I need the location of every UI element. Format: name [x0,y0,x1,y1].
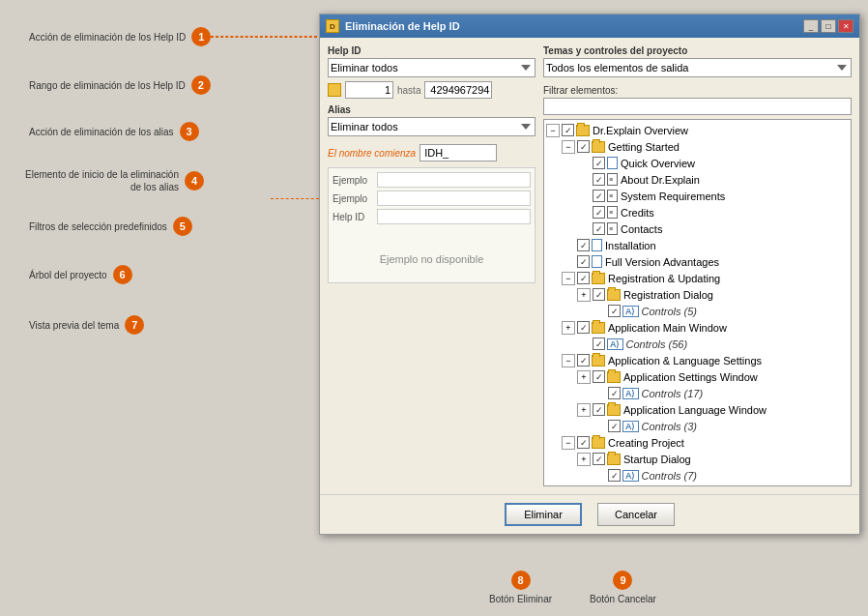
checkbox-about[interactable]: ✓ [593,173,605,186]
checkbox-quick[interactable]: ✓ [593,157,605,169]
title-left: D Eliminación de Help ID [326,19,460,33]
range-from-input[interactable] [345,81,393,99]
range-to-input[interactable] [424,81,492,99]
list-item[interactable]: − ✓ Creating Project [546,434,849,451]
name-starts-label: El nombre comienza [328,148,416,159]
list-item[interactable]: ✓ Contacts [546,220,849,237]
restore-button[interactable]: □ [821,19,836,33]
annotation-text-2: Rango de eliminación de los Help ID [29,79,186,92]
tree-label-createnew: Creating New Project [621,486,721,487]
list-item[interactable]: + ✓ Application Language Window [546,401,849,418]
delete-button[interactable]: Eliminar [505,503,582,526]
themes-select[interactable]: Todos los elementos de salida [543,58,852,77]
titlebar-buttons: _ □ ✕ [803,19,854,33]
preview-example1-label: Ejemplo [333,175,371,186]
list-item[interactable]: ✓ About Dr.Explain [546,171,849,188]
tree-label-regupd: Registration & Updating [608,273,720,284]
checkbox-regupd[interactable]: ✓ [577,272,590,284]
annotation-text-5: Filtros de selección predefinidos [29,220,167,233]
checkbox-appsettwin[interactable]: ✓ [593,370,605,383]
checkbox-createproj[interactable]: ✓ [577,436,590,449]
expander-regdialog[interactable]: + [577,288,591,302]
annotation-text-8: Botón Eliminar [489,594,552,604]
list-item[interactable]: ✓ Full Version Advantages [546,253,849,270]
list-item[interactable]: ✓ Credits [546,204,849,220]
list-item[interactable]: + ✓ Application Main Window [546,319,849,336]
list-item[interactable]: − ✓ Dr.Explain Overview [546,122,849,138]
checkbox-startupdlg[interactable]: ✓ [593,453,605,465]
list-item[interactable]: ✓ Installation [546,237,849,253]
checkbox-drexplain[interactable]: ✓ [562,124,574,136]
checkbox-applangwin[interactable]: ✓ [593,403,605,416]
checkbox-ctrl5[interactable]: ✓ [608,305,621,317]
expander-drexplain[interactable]: − [546,124,560,137]
checkbox-ctrl56[interactable]: ✓ [593,337,605,350]
name-starts-input[interactable] [420,144,497,161]
list-item[interactable]: + ✓ Registration Dialog [546,286,849,303]
checkbox-ctrl17[interactable]: ✓ [608,387,621,399]
list-item[interactable]: ✓ Quick Overview [546,155,849,171]
list-item[interactable]: ✓ A⟩ Controls (56) [546,336,849,352]
checkbox-install[interactable]: ✓ [577,239,590,251]
ctrl-icon-3: A⟩ [622,421,639,432]
tree-label-ctrl56: Controls (56) [626,338,688,350]
close-button[interactable]: ✕ [838,19,854,33]
folder-icon-drexplain [576,125,590,136]
minimize-button[interactable]: _ [803,19,819,33]
tree-label-ctrl17: Controls (17) [642,388,704,399]
expander-createproj[interactable]: − [562,436,575,450]
alias-select[interactable]: Eliminar todos [328,117,535,136]
expander-applang[interactable]: − [562,354,575,367]
list-item[interactable]: ✓ A⟩ Controls (17) [546,385,849,401]
badge-2: 2 [191,75,211,95]
checkbox-getting[interactable]: ✓ [577,140,590,153]
list-item[interactable]: − ✓ Application & Language Settings [546,352,849,368]
cancel-button[interactable]: Cancelar [597,503,675,526]
checkbox-applang[interactable]: ✓ [577,354,590,367]
list-item[interactable]: ✓ A⟩ Controls (7) [546,467,849,484]
list-item[interactable]: + ✓ Startup Dialog [546,451,849,467]
list-item[interactable]: ✓ Creating New Project [546,484,849,486]
dialog-icon: D [326,19,339,33]
list-item[interactable]: − ✓ Registration & Updating [546,270,849,286]
checkbox-createnew[interactable]: ✓ [593,485,605,486]
project-tree: − ✓ Dr.Explain Overview − ✓ Getting Star… [544,120,851,486]
list-item[interactable]: + ✓ Application Settings Window [546,368,849,385]
expander-appmain[interactable]: + [562,321,575,335]
help-id-select[interactable]: Eliminar todos [328,58,535,77]
checkbox-appmain[interactable]: ✓ [577,321,590,334]
doc-icon-contacts [607,222,618,235]
expander-appsettwin[interactable]: + [577,370,591,384]
checkbox-fullver[interactable]: ✓ [577,255,590,268]
filter-input[interactable] [543,98,852,115]
badge-7: 7 [125,315,144,335]
tree-container[interactable]: − ✓ Dr.Explain Overview − ✓ Getting Star… [543,119,852,486]
expander-applangwin[interactable]: + [577,403,591,417]
annotation-5: 5 Filtros de selección predefinidos [29,217,192,236]
checkbox-regdialog[interactable]: ✓ [593,288,605,301]
tree-label-install: Installation [605,240,656,251]
dialog-titlebar: D Eliminación de Help ID _ □ ✕ [320,15,859,38]
page-icon-createnew [607,485,618,486]
range-icon [328,83,341,97]
expander-regupd[interactable]: − [562,272,575,285]
list-item[interactable]: ✓ A⟩ Controls (5) [546,303,849,319]
expander-getting[interactable]: − [562,140,575,154]
badge-3: 3 [180,122,199,141]
checkbox-sysreq[interactable]: ✓ [593,190,605,202]
list-item[interactable]: ✓ System Requirements [546,188,849,204]
folder-icon-createproj [592,437,605,449]
checkbox-ctrl7[interactable]: ✓ [608,469,621,482]
annotation-text-3: Acción de eliminación de los alias [29,126,174,138]
tree-label-drexplain: Dr.Explain Overview [593,125,688,136]
checkbox-contacts[interactable]: ✓ [593,222,605,235]
list-item[interactable]: − ✓ Getting Started [546,138,849,155]
preview-row-1: Ejemplo [333,172,531,188]
annotation-1: 1 Acción de eliminación de los Help ID [29,27,211,46]
list-item[interactable]: ✓ A⟩ Controls (3) [546,418,849,434]
checkbox-credits[interactable]: ✓ [593,206,605,219]
expander-startupdlg[interactable]: + [577,453,591,466]
right-panel: Temas y controles del proyecto Todos los… [543,45,852,486]
checkbox-ctrl3[interactable]: ✓ [608,420,621,432]
tree-label-about: About Dr.Explain [621,174,700,186]
